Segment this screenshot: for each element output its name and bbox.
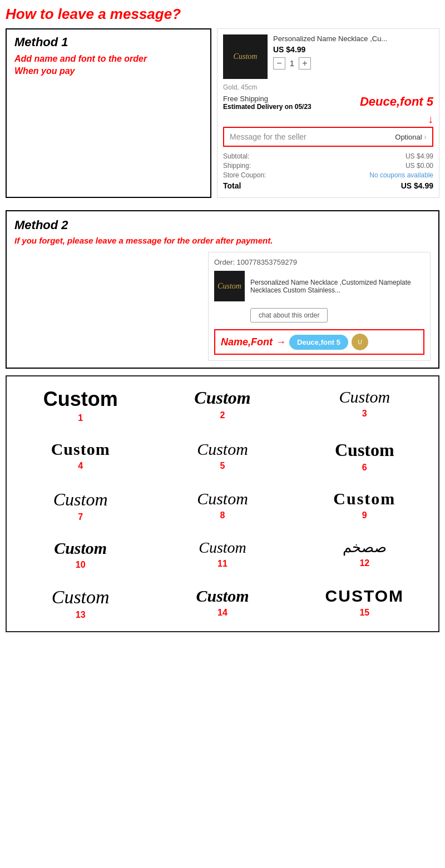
subtotal-row: Subtotal: US $4.99 [223,152,433,160]
font-display-4: Custom [51,440,110,459]
font-number-9: 9 [362,510,367,520]
product-name: Personalized Name Necklace ,Cu... [273,34,433,43]
deuce-font-label: Deuce,font 5 [360,95,433,109]
method2-order-card: Order: 100778353759279 Custom Personaliz… [208,252,431,361]
top-section: How to leave a message? Method 1 Add nam… [0,0,445,204]
order-card-top: Custom Personalized Name Necklace ,Cu...… [223,34,433,79]
shipping-summary-value: US $0.00 [406,162,433,170]
order-number: Order: 100778353759279 [214,258,424,266]
order-product-image: Custom [214,271,245,301]
fonts-section: Custom1Custom2Custom3Custom4Custom5Custo… [6,375,439,632]
delivery-date-value: 05/23 [295,103,312,111]
font-display-3: Custom [339,388,390,406]
arrow-right-icon: → [276,336,286,348]
font-display-11: Custom [199,539,246,557]
product-info: Personalized Name Necklace ,Cu... US $4.… [273,34,433,79]
font-item-2: Custom2 [154,388,290,423]
font-display-12: صصخم [343,539,387,556]
order-card: Custom Personalized Name Necklace ,Cu...… [217,28,439,198]
optional-label: Optional › [395,132,427,141]
coupon-label: Store Coupon: [223,171,266,179]
delivery-label: Estimated Delivery on [223,103,293,111]
order-summary: Subtotal: US $4.99 Shipping: US $0.00 St… [223,152,433,190]
font-display-2: Custom [194,388,250,408]
font-number-12: 12 [359,558,369,568]
font-item-6: Custom6 [296,440,433,473]
fonts-grid: Custom1Custom2Custom3Custom4Custom5Custo… [12,388,433,620]
font-item-4: Custom4 [12,440,149,473]
font-display-13: Custom [52,587,110,608]
coupon-row: Store Coupon: No coupons available [223,171,433,179]
qty-control: − 1 + [273,57,433,70]
font-number-4: 4 [78,461,83,471]
qty-minus-button[interactable]: − [273,57,285,70]
method2-section: Method 2 If you forget, please leave a m… [6,210,439,369]
product-img-label: Custom [234,52,258,61]
product-image: Custom [223,34,268,79]
qty-plus-button[interactable]: + [299,57,311,70]
font-item-14: Custom14 [154,587,290,620]
font-display-14: Custom [196,587,249,606]
method1-title: Method 1 [14,35,202,49]
shipping-label: Free Shipping [223,95,312,103]
font-number-13: 13 [76,610,86,620]
font-item-10: Custom10 [12,539,149,570]
font-display-1: Custom [43,388,118,411]
shipping-info: Free Shipping Estimated Delivery on 05/2… [223,95,312,111]
shipping-summary-label: Shipping: [223,162,251,170]
font-display-7: Custom [53,489,108,510]
qty-value: 1 [290,59,294,68]
chat-about-order-button[interactable]: chat about this order [250,308,328,323]
order-product-name: Personalized Name Necklace ,Customized N… [250,279,424,294]
total-row: Total US $4.99 [223,181,433,190]
method1-line2: When you pay [14,66,75,76]
method1-desc: Add name and font to the order When you … [14,53,202,78]
total-label: Total [223,181,241,190]
font-number-8: 8 [220,510,225,520]
chevron-right-icon: › [424,132,427,141]
font-item-5: Custom5 [154,440,290,473]
font-item-8: Custom8 [154,489,290,522]
method2-desc: If you forget, please leave a message fo… [14,236,431,245]
variant-label: Gold, 45cm [223,83,433,91]
coupon-value: No coupons available [369,171,433,179]
avatar: U [352,334,368,350]
font-number-6: 6 [362,463,367,473]
font-display-6: Custom [335,440,394,460]
font-display-15: Custom [325,587,404,606]
delivery-date: Estimated Delivery on 05/23 [223,103,312,111]
font-item-3: Custom3 [296,388,433,423]
font-item-1: Custom1 [12,388,149,423]
font-item-13: Custom13 [12,587,149,620]
font-number-15: 15 [359,608,369,618]
font-number-3: 3 [362,409,367,419]
font-number-10: 10 [76,560,86,570]
total-value: US $4.99 [401,181,433,190]
font-item-15: Custom15 [296,587,433,620]
chat-bubble: Deuce,font 5 [289,335,348,350]
subtotal-value: US $4.99 [406,152,433,160]
how-to-title: How to leave a message? [6,6,439,23]
font-item-11: Custom11 [154,539,290,570]
message-for-seller-box[interactable]: Message for the seller Optional › [223,127,433,147]
font-number-14: 14 [217,608,228,618]
font-number-5: 5 [220,461,225,471]
product-price: US $4.99 [273,45,433,54]
font-item-9: Custom9 [296,489,433,522]
subtotal-label: Subtotal: [223,152,249,160]
font-number-7: 7 [78,512,83,522]
method1-line1: Add name and font to the order [14,54,147,63]
arrow-down-icon: ↓ [223,113,433,126]
shipping-summary-row: Shipping: US $0.00 [223,162,433,170]
font-number-11: 11 [217,559,228,569]
font-item-12: صصخم12 [296,539,433,570]
font-display-5: Custom [197,440,248,459]
font-item-7: Custom7 [12,489,149,522]
name-font-label: Name,Font [221,336,273,348]
method1-box: Method 1 Add name and font to the order … [6,28,211,198]
font-number-2: 2 [220,410,225,420]
name-font-row: Name,Font → Deuce,font 5 U [214,329,424,355]
shipping-row: Free Shipping Estimated Delivery on 05/2… [223,95,433,111]
top-content: Method 1 Add name and font to the order … [6,28,439,198]
font-number-1: 1 [78,413,83,423]
